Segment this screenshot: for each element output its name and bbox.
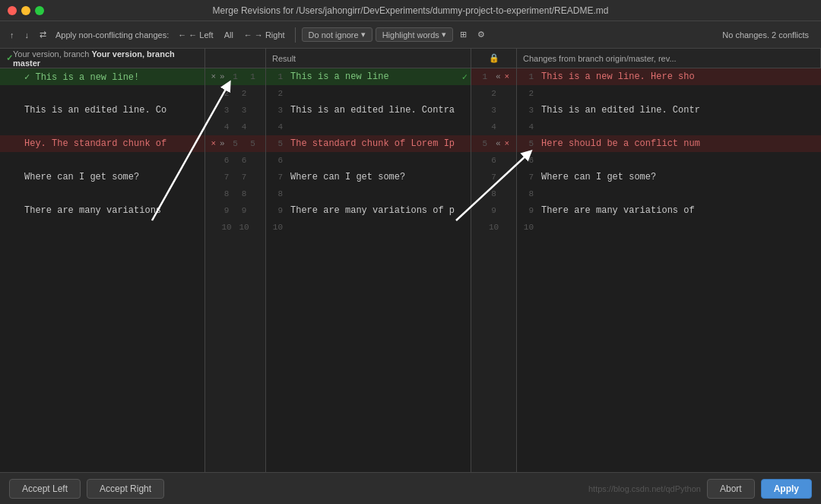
left-line-7: Where can I get some? — [0, 169, 204, 185]
right-conflict-left-5[interactable]: « — [495, 139, 502, 148]
up-button[interactable]: ↑ — [6, 29, 18, 41]
left-panel-content[interactable]: ✓ This is a new line! This is an edited … — [0, 68, 204, 472]
right-line-3: 3 This is an edited line. Contr — [517, 102, 821, 119]
down-button[interactable]: ↓ — [21, 29, 33, 41]
right-gutter-line-9: 9 — [471, 202, 516, 219]
right-line-7: 7 Where can I get some? — [517, 169, 821, 185]
left-header-label: Your version, branch Your version, branc… — [13, 49, 198, 68]
chevron-down-icon-2: ▾ — [442, 30, 446, 40]
left-line-3: This is an edited line. Co — [0, 102, 204, 119]
right-gutter-line-10: 10 — [471, 219, 516, 236]
right-panel: 1 This is a new line. Here sho 2 3 This … — [517, 68, 821, 472]
gutter-line-2: 2 2 — [205, 85, 265, 102]
center-line-1: 1 This is a new line ✓ — [266, 68, 471, 85]
right-gutter-line-4: 4 — [471, 119, 516, 135]
center-line-3: 3 This is an edited line. Contra — [266, 102, 471, 119]
left-line-6 — [0, 152, 204, 169]
apply-button[interactable]: Apply — [761, 479, 812, 499]
apply-all-button[interactable]: All — [220, 29, 237, 41]
settings-button[interactable]: ⚙ — [474, 28, 489, 41]
gutter-line-6: 6 6 — [205, 152, 265, 169]
bottom-bar: Accept Left Accept Right https://blog.cs… — [0, 472, 821, 504]
conflict-x-5[interactable]: × — [210, 139, 217, 148]
right-line-8: 8 — [517, 185, 821, 202]
right-line-2: 2 — [517, 85, 821, 102]
apply-left-button[interactable]: ← ← Left — [174, 29, 217, 41]
left-header: ✓ Your version, branch Your version, bra… — [0, 49, 205, 68]
gutter-panel: × » 1 1 2 2 3 3 4 4 × » 5 5 — [205, 68, 266, 472]
apply-right-button[interactable]: ← → Right — [240, 29, 289, 41]
right-panel-content[interactable]: 1 This is a new line. Here sho 2 3 This … — [517, 68, 821, 472]
titlebar: Merge Revisions for /Users/jahongirr/Dev… — [0, 0, 821, 21]
close-button[interactable] — [8, 6, 17, 15]
accept-left-button[interactable]: Accept Left — [9, 479, 81, 499]
right-gutter-header: 🔒 — [471, 49, 517, 68]
conflict-x-1[interactable]: × — [210, 72, 217, 81]
gutter-line-1[interactable]: × » 1 1 — [205, 68, 265, 85]
center-line-4: 4 — [266, 119, 471, 135]
right-gutter-line-3: 3 — [471, 102, 516, 119]
right-header: Changes from branch origin/master, rev..… — [517, 49, 821, 68]
right-gutter-line-7: 7 — [471, 169, 516, 185]
gutter-header — [205, 49, 266, 68]
gutter-line-4: 4 4 — [205, 119, 265, 135]
center-line-5: 5 The standard chunk of Lorem Ip — [266, 135, 471, 152]
right-gutter-line-8: 8 — [471, 185, 516, 202]
gutter-line-3: 3 3 — [205, 102, 265, 119]
minimize-button[interactable] — [21, 6, 30, 15]
maximize-button[interactable] — [35, 6, 44, 15]
center-panel: 1 This is a new line ✓ 2 3 This is an ed… — [266, 68, 471, 472]
right-conflict-x-5[interactable]: × — [504, 139, 511, 148]
right-line-6: 6 — [517, 152, 821, 169]
right-gutter-line-6: 6 — [471, 152, 516, 169]
highlight-dropdown[interactable]: Highlight words ▾ — [376, 27, 453, 42]
gutter-line-10: 10 10 — [205, 219, 265, 236]
status-text: No changes. 2 conflicts — [716, 30, 815, 40]
center-line-2: 2 — [266, 85, 471, 102]
left-line-5: Hey. The standard chunk of — [0, 135, 204, 152]
center-line-8: 8 — [266, 185, 471, 202]
center-line-7: 7 Where can I get some? — [266, 169, 471, 185]
left-panel: ✓ This is a new line! This is an edited … — [0, 68, 205, 472]
right-arrow-icon: ← — [244, 30, 252, 40]
lock-icon: 🔒 — [489, 53, 499, 63]
column-headers: ✓ Your version, branch Your version, bra… — [0, 49, 821, 68]
gutter-line-5[interactable]: × » 5 5 — [205, 135, 265, 152]
left-line-9: There are many variations — [0, 202, 204, 219]
sync-button[interactable]: ⇄ — [36, 28, 50, 41]
toolbar: ↑ ↓ ⇄ Apply non-conflicting changes: ← ←… — [0, 21, 821, 49]
checkmark-icon: ✓ — [6, 53, 13, 63]
gutter-line-7: 7 7 — [205, 169, 265, 185]
watermark: https://blog.csdn.net/qdPython — [588, 484, 701, 493]
right-header-label: Changes from branch origin/master, rev..… — [523, 54, 677, 63]
center-header: Result — [266, 49, 471, 68]
left-line-8 — [0, 185, 204, 202]
center-line-9: 9 There are many variations of p — [266, 202, 471, 219]
gutter-line-9: 9 9 — [205, 202, 265, 219]
checkmark-right-1: ✓ — [462, 71, 471, 83]
abort-button[interactable]: Abort — [707, 479, 755, 499]
left-line-2 — [0, 85, 204, 102]
separator-1 — [295, 27, 296, 43]
right-conflict-left-1[interactable]: « — [495, 72, 502, 81]
right-gutter-line-2: 2 — [471, 85, 516, 102]
conflict-arrow-5[interactable]: » — [219, 139, 226, 148]
right-line-5: 5 Here should be a conflict num — [517, 135, 821, 152]
ignore-dropdown[interactable]: Do not ignore ▾ — [302, 27, 372, 42]
center-panel-content[interactable]: 1 This is a new line ✓ 2 3 This is an ed… — [266, 68, 471, 472]
right-gutter-panel: 1 « × 2 3 4 5 « × 6 7 — [471, 68, 517, 472]
gutter-line-8: 8 8 — [205, 185, 265, 202]
traffic-lights — [8, 6, 44, 15]
right-line-1: 1 This is a new line. Here sho — [517, 68, 821, 85]
right-gutter-line-1[interactable]: 1 « × — [471, 68, 516, 85]
center-header-label: Result — [272, 54, 296, 63]
accept-right-button[interactable]: Accept Right — [87, 479, 164, 499]
right-gutter-line-5[interactable]: 5 « × — [471, 135, 516, 152]
window-title: Merge Revisions for /Users/jahongirr/Dev… — [213, 5, 609, 16]
grid-view-button[interactable]: ⊞ — [456, 28, 471, 41]
conflict-arrow-1[interactable]: » — [219, 72, 226, 81]
right-line-9: 9 There are many variations of — [517, 202, 821, 219]
left-line-1: ✓ This is a new line! — [0, 68, 204, 85]
main-content: ✓ This is a new line! This is an edited … — [0, 68, 821, 472]
right-conflict-x-1[interactable]: × — [504, 72, 511, 81]
